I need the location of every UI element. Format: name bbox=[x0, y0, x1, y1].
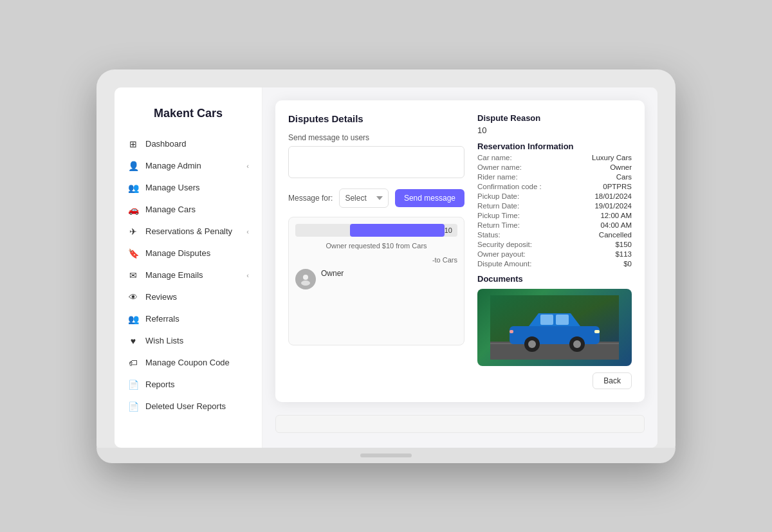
svg-rect-3 bbox=[490, 342, 619, 360]
message-textarea[interactable] bbox=[288, 146, 464, 178]
dispute-amount-label: Dispute Amount: bbox=[477, 260, 531, 268]
car-illustration bbox=[490, 295, 619, 360]
sidebar-item-manage-coupon[interactable]: 🏷 Manage Coupon Code bbox=[115, 352, 262, 374]
laptop-base bbox=[96, 448, 676, 463]
status-row: Status: Cancelled bbox=[477, 231, 632, 239]
svg-point-11 bbox=[573, 340, 581, 348]
sidebar-item-label: Wish Lists bbox=[145, 336, 183, 345]
sidebar-item-label: Manage Admin bbox=[145, 161, 201, 170]
send-message-label: Send message to users bbox=[288, 133, 464, 142]
pickup-time-label: Pickup Time: bbox=[477, 212, 520, 219]
sidebar-item-reports[interactable]: 📄 Reports bbox=[115, 374, 262, 396]
message-for-label: Message for: bbox=[288, 194, 333, 203]
security-deposit-row: Security deposit: $150 bbox=[477, 241, 632, 248]
svg-rect-12 bbox=[594, 330, 600, 333]
message-for-row: Message for: Select Send message bbox=[288, 188, 464, 208]
sidebar-item-reviews[interactable]: 👁 Reviews bbox=[115, 286, 262, 308]
sidebar-item-reservations[interactable]: ✈ Reservations & Penalty ‹ bbox=[115, 221, 262, 243]
rider-name-row: Rider name: Cars bbox=[477, 173, 632, 181]
to-cars-label: -to Cars bbox=[295, 256, 457, 264]
referrals-icon: 👥 bbox=[127, 314, 139, 324]
pickup-date-label: Pickup Date: bbox=[477, 192, 519, 200]
sidebar-item-label: Manage Users bbox=[145, 183, 200, 192]
sidebar-item-label: Deleted User Reports bbox=[145, 401, 226, 411]
right-panel: Dispute Reason 10 Reservation Informatio… bbox=[477, 113, 632, 389]
return-time-value: 04:00 AM bbox=[600, 221, 632, 229]
sidebar-item-dashboard[interactable]: ⊞ Dashboard bbox=[115, 133, 262, 155]
owner-payout-row: Owner payout: $113 bbox=[477, 250, 632, 258]
return-time-label: Return Time: bbox=[477, 221, 520, 229]
pickup-time-row: Pickup Time: 12:00 AM bbox=[477, 212, 632, 219]
sidebar-item-label: Referrals bbox=[145, 314, 179, 324]
message-for-select[interactable]: Select bbox=[339, 188, 389, 208]
security-deposit-label: Security deposit: bbox=[477, 241, 532, 248]
chat-area: 10 Owner requested $10 from Cars -to Car… bbox=[288, 217, 464, 345]
back-button-container: Back bbox=[477, 372, 632, 389]
confirmation-value: 0PTPRS bbox=[603, 183, 632, 190]
progress-bar: 10 bbox=[295, 224, 457, 237]
car-image bbox=[477, 289, 632, 366]
dispute-amount-row: Dispute Amount: $0 bbox=[477, 260, 632, 268]
owner-name-label: Owner name: bbox=[477, 163, 522, 171]
avatar bbox=[295, 269, 316, 289]
sidebar-item-label: Manage Disputes bbox=[145, 248, 210, 258]
users-icon: 👥 bbox=[127, 183, 139, 193]
user-avatar-icon bbox=[299, 273, 312, 286]
svg-rect-7 bbox=[556, 315, 569, 325]
bottom-bar bbox=[275, 415, 645, 433]
sidebar-item-manage-users[interactable]: 👥 Manage Users bbox=[115, 177, 262, 199]
chevron-right-icon: ‹ bbox=[246, 228, 249, 235]
confirmation-row: Confirmation code : 0PTPRS bbox=[477, 183, 632, 190]
documents-title: Documents bbox=[477, 274, 632, 284]
left-panel: Disputes Details Send message to users M… bbox=[288, 113, 464, 389]
request-text: Owner requested $10 from Cars bbox=[295, 242, 457, 250]
sidebar-item-wish-lists[interactable]: ♥ Wish Lists bbox=[115, 330, 262, 352]
sidebar-item-label: Reviews bbox=[145, 292, 177, 302]
chevron-right-icon: ‹ bbox=[246, 162, 249, 170]
send-message-button[interactable]: Send message bbox=[395, 189, 464, 207]
sidebar-item-label: Dashboard bbox=[145, 139, 187, 149]
return-date-value: 19/01/2024 bbox=[594, 202, 632, 210]
sidebar-item-referrals[interactable]: 👥 Referrals bbox=[115, 308, 262, 330]
confirmation-label: Confirmation code : bbox=[477, 183, 542, 190]
sidebar-item-manage-cars[interactable]: 🚗 Manage Cars bbox=[115, 199, 262, 221]
dispute-reason-title: Dispute Reason bbox=[477, 113, 632, 123]
svg-point-1 bbox=[301, 280, 310, 286]
back-button[interactable]: Back bbox=[593, 372, 632, 389]
return-time-row: Return Time: 04:00 AM bbox=[477, 221, 632, 229]
chat-message: Owner bbox=[295, 269, 457, 289]
return-date-row: Return Date: 19/01/2024 bbox=[477, 202, 632, 210]
sidebar-item-label: Manage Coupon Code bbox=[145, 358, 230, 367]
car-name-value: Luxury Cars bbox=[592, 154, 632, 161]
reservations-icon: ✈ bbox=[127, 226, 139, 237]
coupon-icon: 🏷 bbox=[127, 358, 139, 368]
sidebar-logo: Makent Cars bbox=[115, 100, 262, 133]
dispute-reason-value: 10 bbox=[477, 125, 632, 135]
panel-title: Disputes Details bbox=[288, 113, 464, 124]
sidebar-item-manage-emails[interactable]: ✉ Manage Emails ‹ bbox=[115, 264, 262, 286]
message-section: Send message to users Message for: Selec… bbox=[288, 133, 464, 208]
sidebar-item-label: Reservations & Penalty bbox=[145, 226, 232, 236]
rider-name-label: Rider name: bbox=[477, 173, 518, 181]
svg-rect-6 bbox=[540, 315, 553, 325]
owner-payout-value: $113 bbox=[615, 250, 632, 258]
sidebar-item-manage-disputes[interactable]: 🔖 Manage Disputes bbox=[115, 243, 262, 264]
svg-rect-5 bbox=[510, 326, 600, 344]
progress-value: 10 bbox=[445, 226, 452, 234]
chevron-right-icon: ‹ bbox=[246, 271, 249, 279]
disputes-details-panel: Disputes Details Send message to users M… bbox=[275, 100, 645, 402]
pickup-time-value: 12:00 AM bbox=[600, 212, 632, 219]
status-value: Cancelled bbox=[599, 231, 632, 239]
sidebar-item-label: Reports bbox=[145, 380, 175, 389]
owner-name-row: Owner name: Owner bbox=[477, 163, 632, 171]
deleted-reports-icon: 📄 bbox=[127, 401, 139, 412]
admin-icon: 👤 bbox=[127, 161, 139, 171]
reservation-info-title: Reservation Information bbox=[477, 142, 632, 151]
car-name-row: Car name: Luxury Cars bbox=[477, 154, 632, 161]
dispute-amount-value: $0 bbox=[623, 260, 632, 268]
sidebar-item-manage-admin[interactable]: 👤 Manage Admin ‹ bbox=[115, 155, 262, 177]
svg-rect-13 bbox=[510, 330, 513, 333]
rider-name-value: Cars bbox=[616, 173, 632, 181]
sidebar-item-deleted-user-reports[interactable]: 📄 Deleted User Reports bbox=[115, 396, 262, 417]
security-deposit-value: $150 bbox=[615, 241, 632, 248]
